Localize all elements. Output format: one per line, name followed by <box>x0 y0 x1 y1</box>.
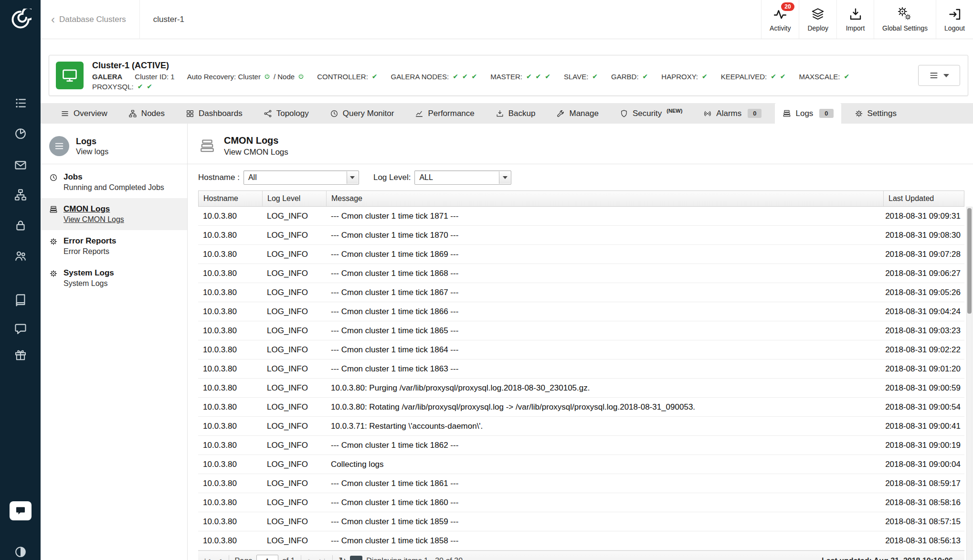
monitor-icon <box>61 67 78 84</box>
auto-recovery[interactable]: Auto Recovery: Cluster / Node <box>187 73 305 81</box>
status-label: MAXSCALE: <box>799 73 840 81</box>
cell-message: 10.0.3.71: Restarting \'accounts-daemon\… <box>326 422 884 431</box>
sidebar-clusters-item[interactable] <box>0 96 41 110</box>
column-header-lastupdated[interactable]: Last Updated <box>884 191 964 206</box>
page-input[interactable] <box>256 555 278 560</box>
cluster-status: MAXSCALE: ✔ <box>799 73 851 81</box>
logs-icon <box>783 109 791 118</box>
refresh-button[interactable]: ↻ <box>338 555 346 560</box>
table-row[interactable]: 10.0.3.80 LOG_INFO 10.0.3.80: Rotating /… <box>198 398 964 417</box>
last-page-button[interactable]: ▶| <box>318 558 327 560</box>
first-page-button[interactable]: |◀ <box>203 558 212 560</box>
hostname-filter-label: Hostname : <box>198 173 240 182</box>
loglevel-select[interactable]: ALL <box>414 170 511 185</box>
table-row[interactable]: 10.0.3.80 LOG_INFO --- Cmon cluster 1 ti… <box>198 493 964 512</box>
app-logo[interactable] <box>0 0 41 39</box>
sidebar-feedback-item[interactable] <box>0 322 41 336</box>
cell-message: --- Cmon cluster 1 time tick 1866 --- <box>326 307 884 317</box>
power-icon[interactable] <box>297 73 305 80</box>
sidebar-integrations-item[interactable] <box>0 188 41 201</box>
prev-page-button[interactable]: ◀ <box>215 558 222 560</box>
cell-hostname: 10.0.3.80 <box>198 536 262 546</box>
tab-query-monitor[interactable]: Query Monitor <box>322 103 402 124</box>
import-label: Import <box>846 24 865 32</box>
scrollbar-thumb[interactable] <box>967 208 972 314</box>
import-button[interactable]: Import <box>836 0 874 39</box>
logs-badge: 0 <box>819 109 833 118</box>
table-row[interactable]: 10.0.3.80 LOG_INFO --- Cmon cluster 1 ti… <box>198 321 964 340</box>
support-chat-button[interactable] <box>0 501 41 520</box>
contrast-toggle-button[interactable] <box>0 545 41 559</box>
tab-logs[interactable]: Logs0 <box>775 103 841 124</box>
hostname-selected-value: All <box>248 173 257 182</box>
column-header-loglevel[interactable]: Log Level <box>263 191 327 206</box>
manage-icon <box>556 109 565 118</box>
tab-security[interactable]: Security(NEW) <box>612 103 690 124</box>
cell-hostname: 10.0.3.80 <box>198 269 262 278</box>
cell-lastupdated: 2018-08-31 09:00:41 <box>884 422 964 431</box>
table-row[interactable]: 10.0.3.80 LOG_INFO --- Cmon cluster 1 ti… <box>198 359 964 379</box>
cell-message: --- Cmon cluster 1 time tick 1861 --- <box>326 479 884 488</box>
panel-item-system-logs[interactable]: System LogsSystem Logs <box>41 262 187 294</box>
panel-item-error-reports[interactable]: Error ReportsError Reports <box>41 230 187 262</box>
tab-alarms[interactable]: Alarms0 <box>696 103 769 124</box>
cell-lastupdated: 2018-08-31 08:57:15 <box>884 517 964 527</box>
column-header-message[interactable]: Message <box>327 191 884 206</box>
cluster-status: PROXYSQL: ✔ ✔ <box>92 83 153 91</box>
logout-button[interactable]: Logout <box>936 0 973 39</box>
hostname-select[interactable]: All <box>243 170 359 185</box>
tab-manage[interactable]: Manage <box>549 103 606 124</box>
tab-dashboards[interactable]: Dashboards <box>178 103 250 124</box>
deploy-button[interactable]: Deploy <box>799 0 836 39</box>
table-row[interactable]: 10.0.3.80 LOG_INFO --- Cmon cluster 1 ti… <box>198 302 964 321</box>
table-row[interactable]: 10.0.3.80 LOG_INFO 10.0.3.71: Restarting… <box>198 417 964 436</box>
cell-loglevel: LOG_INFO <box>262 402 326 412</box>
logs-side-panel: Logs View logs JobsRunning and Completed… <box>41 124 188 560</box>
next-page-button[interactable]: ▶ <box>307 558 314 560</box>
table-row[interactable]: 10.0.3.80 LOG_INFO --- Cmon cluster 1 ti… <box>198 264 964 283</box>
tab-nodes[interactable]: Nodes <box>121 103 172 124</box>
sidebar-documentation-item[interactable] <box>0 294 41 307</box>
panel-item-cmon-logs[interactable]: CMON LogsView CMON Logs <box>41 198 187 230</box>
table-row[interactable]: 10.0.3.80 LOG_INFO --- Cmon cluster 1 ti… <box>198 474 964 493</box>
tab-topology[interactable]: Topology <box>256 103 317 124</box>
table-row[interactable]: 10.0.3.80 LOG_INFO --- Cmon cluster 1 ti… <box>198 512 964 531</box>
activity-button[interactable]: 20 Activity <box>761 0 799 39</box>
tab-settings[interactable]: Settings <box>847 103 904 124</box>
sidebar-whats-new-item[interactable] <box>0 349 41 362</box>
table-row[interactable]: 10.0.3.80 LOG_INFO --- Cmon cluster 1 ti… <box>198 283 964 302</box>
cluster-actions-menu-button[interactable] <box>918 65 960 86</box>
table-row[interactable]: 10.0.3.80 LOG_INFO --- Cmon cluster 1 ti… <box>198 436 964 455</box>
dashboards-icon <box>186 109 194 118</box>
table-body: 10.0.3.80 LOG_INFO --- Cmon cluster 1 ti… <box>198 207 964 550</box>
panel-item-jobs[interactable]: JobsRunning and Completed Jobs <box>41 166 187 198</box>
tab-overview[interactable]: Overview <box>53 103 115 124</box>
speech-bubble-icon <box>14 322 27 336</box>
tab-performance[interactable]: Performance <box>407 103 482 124</box>
cell-hostname: 10.0.3.80 <box>198 250 262 259</box>
table-row[interactable]: 10.0.3.80 LOG_INFO --- Cmon cluster 1 ti… <box>198 340 964 359</box>
tab-backup[interactable]: Backup <box>488 103 543 124</box>
table-row[interactable]: 10.0.3.80 LOG_INFO --- Cmon cluster 1 ti… <box>198 245 964 264</box>
table-row[interactable]: 10.0.3.80 LOG_INFO --- Cmon cluster 1 ti… <box>198 226 964 245</box>
global-settings-button[interactable]: Global Settings <box>874 0 936 39</box>
table-row[interactable]: 10.0.3.80 LOG_INFO 10.0.3.80: Purging /v… <box>198 379 964 398</box>
logs-panel-header: Logs View logs <box>41 135 187 164</box>
breadcrumb[interactable]: ‹ Database Clusters <box>51 14 126 25</box>
column-header-hostname[interactable]: Hostname <box>199 191 263 206</box>
dropdown-arrow-icon[interactable] <box>499 171 510 184</box>
pager-divider <box>229 555 229 560</box>
table-row[interactable]: 10.0.3.80 LOG_INFO --- Cmon cluster 1 ti… <box>198 207 964 226</box>
page-count: of 1 <box>282 557 295 560</box>
sidebar-reports-item[interactable] <box>0 127 41 140</box>
table-row[interactable]: 10.0.3.80 LOG_INFO --- Cmon cluster 1 ti… <box>198 531 964 550</box>
table-scrollbar[interactable] <box>966 207 973 560</box>
export-logs-button[interactable]: ▾ <box>350 556 362 560</box>
sidebar-notifications-item[interactable] <box>0 158 41 172</box>
table-row[interactable]: 10.0.3.80 LOG_INFO Collecting logs 2018-… <box>198 455 964 474</box>
sidebar-key-management-item[interactable] <box>0 219 41 232</box>
dropdown-arrow-icon[interactable] <box>347 171 358 184</box>
s2idebar-user-management-item[interactable] <box>0 249 41 263</box>
section-title: CMON Logs <box>224 135 288 146</box>
power-icon[interactable] <box>264 73 271 80</box>
